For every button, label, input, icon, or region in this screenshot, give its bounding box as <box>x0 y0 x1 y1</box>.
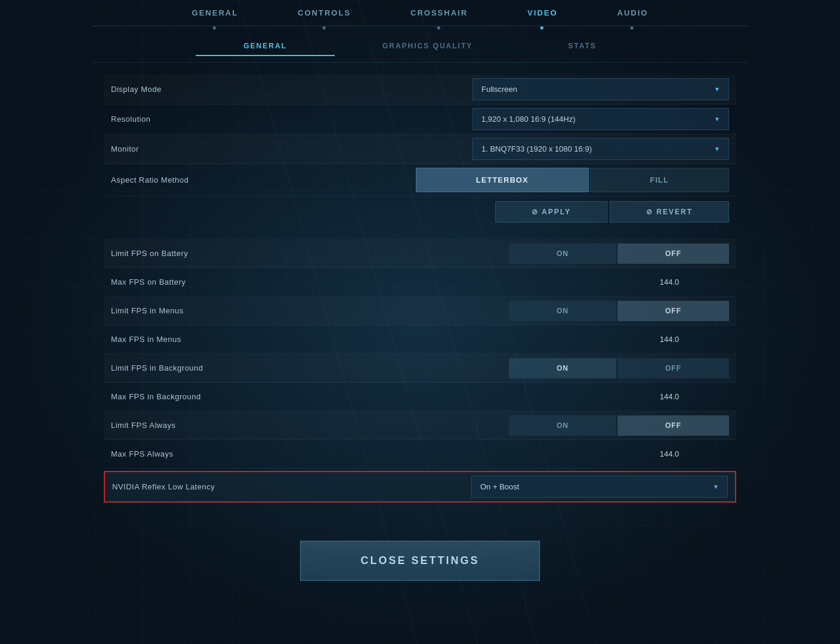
max-fps-always-control: 144.0 <box>368 443 729 464</box>
limit-fps-menus-control: On Off <box>368 301 729 321</box>
max-fps-menus-row: Max FPS in Menus 144.0 <box>104 325 736 354</box>
resolution-row: Resolution 1,920 x 1,080 16:9 (144Hz) ▼ <box>104 104 736 134</box>
monitor-value: 1. BNQ7F33 (1920 x 1080 16:9) <box>481 144 592 153</box>
max-fps-battery-label: Max FPS on Battery <box>111 278 368 286</box>
limit-fps-background-off[interactable]: Off <box>617 358 729 378</box>
limit-fps-menus-on[interactable]: On <box>509 301 616 321</box>
top-navigation: GENERAL CONTROLS CROSSHAIR VIDEO AUDIO <box>92 0 748 26</box>
limit-fps-background-on[interactable]: On <box>509 358 616 378</box>
letterbox-button[interactable]: Letterbox <box>416 168 589 192</box>
settings-content: Display Mode Fullscreen ▼ Resolution 1,9… <box>92 75 748 503</box>
subtab-stats[interactable]: STATS <box>520 37 644 56</box>
monitor-dropdown[interactable]: 1. BNQ7F33 (1920 x 1080 16:9) ▼ <box>472 138 729 160</box>
tab-general[interactable]: GENERAL <box>162 0 268 26</box>
resolution-control: 1,920 x 1,080 16:9 (144Hz) ▼ <box>368 108 729 130</box>
action-row: ⊘ APPLY ⊘ REVERT <box>104 196 736 227</box>
max-fps-battery-row: Max FPS on Battery 144.0 <box>104 268 736 297</box>
close-button-wrapper: CLOSE SETTINGS <box>92 505 748 605</box>
limit-fps-always-row: Limit FPS Always On Off <box>104 411 736 440</box>
tab-audio[interactable]: AUDIO <box>588 0 678 26</box>
close-settings-button[interactable]: CLOSE SETTINGS <box>300 541 539 581</box>
limit-fps-battery-label: Limit FPS on Battery <box>111 249 368 258</box>
max-fps-background-control: 144.0 <box>368 386 729 407</box>
limit-fps-menus-toggle: On Off <box>509 301 729 321</box>
display-mode-row: Display Mode Fullscreen ▼ <box>104 75 736 104</box>
fill-button[interactable]: Fill <box>590 168 729 192</box>
tab-crosshair[interactable]: CROSSHAIR <box>381 0 498 26</box>
aspect-ratio-label: Aspect Ratio Method <box>111 175 368 184</box>
subtab-graphics[interactable]: GRAPHICS QUALITY <box>335 37 520 56</box>
tab-video[interactable]: VIDEO <box>498 0 587 26</box>
max-fps-battery-value: 144.0 <box>610 272 729 292</box>
display-mode-value: Fullscreen <box>481 85 517 94</box>
display-mode-dropdown[interactable]: Fullscreen ▼ <box>472 78 729 100</box>
limit-fps-battery-toggle: On Off <box>509 244 729 264</box>
aspect-ratio-control: Letterbox Fill <box>368 168 729 192</box>
monitor-control: 1. BNQ7F33 (1920 x 1080 16:9) ▼ <box>368 138 729 160</box>
limit-fps-menus-row: Limit FPS in Menus On Off <box>104 297 736 325</box>
max-fps-battery-control: 144.0 <box>368 272 729 292</box>
tab-controls[interactable]: CONTROLS <box>268 0 381 26</box>
subtab-general[interactable]: GENERAL <box>196 37 335 56</box>
nvidia-reflex-label: NVIDIA Reflex Low Latency <box>112 482 369 491</box>
display-mode-label: Display Mode <box>111 85 368 94</box>
limit-fps-background-control: On Off <box>368 358 729 378</box>
limit-fps-menus-label: Limit FPS in Menus <box>111 306 368 315</box>
resolution-dropdown[interactable]: 1,920 x 1,080 16:9 (144Hz) ▼ <box>472 108 729 130</box>
chevron-down-icon: ▼ <box>713 483 719 490</box>
apply-button[interactable]: ⊘ APPLY <box>495 201 607 223</box>
display-mode-control: Fullscreen ▼ <box>368 78 729 100</box>
monitor-row: Monitor 1. BNQ7F33 (1920 x 1080 16:9) ▼ <box>104 134 736 164</box>
nvidia-reflex-dropdown[interactable]: On + Boost ▼ <box>471 476 728 498</box>
max-fps-background-value: 144.0 <box>610 386 729 407</box>
chevron-down-icon: ▼ <box>714 146 720 152</box>
nvidia-reflex-value: On + Boost <box>480 482 519 491</box>
resolution-value: 1,920 x 1,080 16:9 (144Hz) <box>481 115 576 124</box>
limit-fps-always-on[interactable]: On <box>509 415 616 436</box>
limit-fps-battery-control: On Off <box>368 244 729 264</box>
limit-fps-menus-off[interactable]: Off <box>617 301 729 321</box>
max-fps-menus-label: Max FPS in Menus <box>111 335 368 344</box>
monitor-label: Monitor <box>111 144 368 153</box>
chevron-down-icon: ▼ <box>714 86 720 93</box>
limit-fps-battery-row: Limit FPS on Battery On Off <box>104 239 736 268</box>
limit-fps-background-label: Limit FPS in Background <box>111 363 368 372</box>
aspect-ratio-toggle: Letterbox Fill <box>416 168 729 192</box>
max-fps-always-row: Max FPS Always 144.0 <box>104 440 736 469</box>
nvidia-reflex-control: On + Boost ▼ <box>369 476 728 498</box>
max-fps-background-label: Max FPS in Background <box>111 392 368 401</box>
chevron-down-icon: ▼ <box>714 116 720 122</box>
limit-fps-battery-on[interactable]: On <box>509 244 616 264</box>
limit-fps-always-off[interactable]: Off <box>617 415 729 436</box>
max-fps-menus-value: 144.0 <box>610 329 729 350</box>
aspect-ratio-row: Aspect Ratio Method Letterbox Fill <box>104 164 736 196</box>
limit-fps-background-toggle: On Off <box>509 358 729 378</box>
sub-navigation: GENERAL GRAPHICS QUALITY STATS <box>92 26 748 63</box>
resolution-label: Resolution <box>111 115 368 124</box>
max-fps-background-row: Max FPS in Background 144.0 <box>104 383 736 411</box>
limit-fps-always-label: Limit FPS Always <box>111 421 368 430</box>
max-fps-always-value: 144.0 <box>610 443 729 464</box>
limit-fps-battery-off[interactable]: Off <box>617 244 729 264</box>
max-fps-always-label: Max FPS Always <box>111 449 368 458</box>
limit-fps-always-control: On Off <box>368 415 729 436</box>
nvidia-reflex-row: NVIDIA Reflex Low Latency On + Boost ▼ <box>104 471 736 503</box>
max-fps-menus-control: 144.0 <box>368 329 729 350</box>
limit-fps-always-toggle: On Off <box>509 415 729 436</box>
limit-fps-background-row: Limit FPS in Background On Off <box>104 354 736 383</box>
revert-button[interactable]: ⊘ REVERT <box>610 201 729 223</box>
